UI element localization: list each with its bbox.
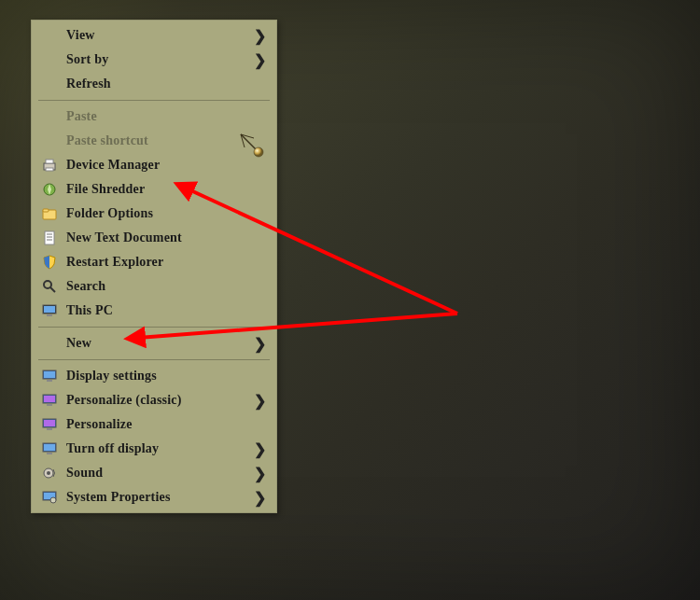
menu-item-display-settings[interactable]: Display settings [31,364,277,388]
menu-item-search[interactable]: Search [31,274,277,299]
menu-item-label: Folder Options [66,206,268,221]
menu-item-sound[interactable]: Sound ❯ [31,461,277,485]
menu-item-turn-off-display[interactable]: Turn off display ❯ [31,437,277,461]
svg-rect-19 [44,396,55,402]
menu-item-label: File Shredder [66,182,268,197]
svg-rect-22 [44,420,55,426]
personalize-icon [38,393,61,408]
context-menu: View ❯ Sort by ❯ Refresh Paste Paste sho… [31,20,277,513]
menu-item-sort-by[interactable]: Sort by ❯ [31,48,277,72]
svg-rect-26 [47,453,52,454]
menu-item-label: Search [66,279,268,294]
menu-item-label: Turn off display [66,441,254,456]
svg-rect-1 [46,160,53,163]
menu-item-label: View [66,28,254,43]
chevron-right-icon: ❯ [254,27,266,45]
svg-rect-5 [43,209,49,212]
svg-line-11 [50,287,55,292]
menu-item-label: New Text Document [66,230,268,245]
text-document-icon [38,230,61,245]
menu-item-label: Restart Explorer [66,255,268,270]
svg-point-28 [47,471,50,475]
menu-item-system-properties[interactable]: System Properties ❯ [31,485,277,509]
svg-rect-25 [44,444,55,451]
svg-rect-13 [44,306,55,313]
sound-icon [38,466,61,481]
menu-item-label: Personalize (classic) [66,393,254,408]
svg-rect-20 [47,404,52,406]
menu-item-label: Device Manager [66,158,268,173]
shredder-icon [38,182,61,197]
menu-item-label: Paste shortcut [66,133,268,148]
svg-rect-23 [47,428,52,430]
menu-item-label: Sort by [66,52,254,67]
chevron-right-icon: ❯ [254,392,266,410]
desktop-background: View ❯ Sort by ❯ Refresh Paste Paste sho… [0,0,700,600]
menu-item-file-shredder[interactable]: File Shredder [31,177,277,202]
svg-rect-16 [44,371,55,378]
system-icon [38,490,61,505]
chevron-right-icon: ❯ [254,440,266,458]
menu-item-paste-shortcut: Paste shortcut [31,129,277,153]
menu-item-this-pc[interactable]: This PC [31,299,277,323]
menu-item-label: Sound [66,466,254,481]
menu-separator [38,359,270,360]
chevron-right-icon: ❯ [254,335,266,353]
search-icon [38,279,61,294]
menu-item-label: System Properties [66,490,254,505]
menu-item-restart-explorer[interactable]: Restart Explorer [31,250,277,274]
shield-icon [38,255,61,270]
menu-item-personalize[interactable]: Personalize [31,412,277,437]
display-off-icon [38,441,61,456]
menu-item-new[interactable]: New ❯ [31,331,277,356]
chevron-right-icon: ❯ [254,489,266,507]
menu-item-label: Display settings [66,369,268,384]
menu-item-view[interactable]: View ❯ [31,23,277,48]
menu-item-new-text-document[interactable]: New Text Document [31,226,277,250]
menu-item-label: This PC [66,303,268,318]
menu-item-refresh[interactable]: Refresh [31,72,277,96]
monitor-icon [38,303,61,318]
chevron-right-icon: ❯ [254,51,266,69]
menu-separator [38,327,270,328]
svg-rect-6 [45,231,54,244]
menu-item-label: New [66,336,254,351]
menu-item-folder-options[interactable]: Folder Options [31,202,277,226]
svg-rect-2 [46,168,53,171]
menu-item-personalize-classic[interactable]: Personalize (classic) ❯ [31,388,277,412]
folder-icon [38,206,61,221]
menu-item-label: Personalize [66,417,268,432]
menu-item-label: Refresh [66,77,268,91]
printer-icon [38,158,61,173]
svg-point-10 [44,281,51,288]
svg-rect-17 [47,380,52,382]
chevron-right-icon: ❯ [254,465,266,482]
menu-separator [38,100,270,101]
menu-item-paste: Paste [31,105,277,129]
menu-item-device-manager[interactable]: Device Manager [31,153,277,177]
svg-point-31 [50,497,56,503]
menu-item-label: Paste [66,109,268,124]
personalize-icon [38,417,61,432]
display-icon [38,369,61,384]
svg-rect-14 [47,314,52,316]
